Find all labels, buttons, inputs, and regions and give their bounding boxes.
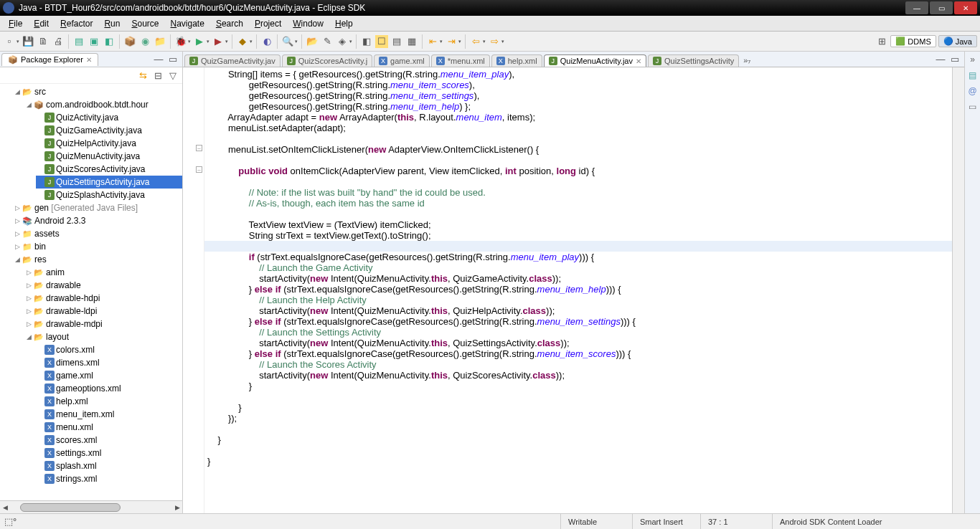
menu-search[interactable]: Search <box>210 19 249 29</box>
back-icon[interactable]: ⇦ <box>469 35 482 48</box>
search-icon[interactable]: 🔍 <box>281 35 294 48</box>
task-icon[interactable]: ✎ <box>321 35 334 48</box>
perspective-java[interactable]: 🔵 Java <box>938 35 977 47</box>
vertical-scrollbar[interactable] <box>952 67 964 513</box>
save-icon[interactable]: 💾 <box>22 35 34 48</box>
tree-item[interactable]: Xgameoptions.xml <box>36 382 182 395</box>
tree-item[interactable]: Xgame.xml <box>36 369 182 382</box>
editor-tab[interactable]: JQuizSettingsActivity <box>648 54 739 67</box>
fwd-icon[interactable]: ⇨ <box>488 35 501 48</box>
maximize-button[interactable]: ▭ <box>930 1 953 14</box>
menu-file[interactable]: File <box>3 19 28 29</box>
tree-item[interactable]: Xmenu.xml <box>36 421 182 434</box>
editor-tab[interactable]: Xhelp.xml <box>491 54 542 67</box>
collapse-icon[interactable]: ⇆ <box>136 69 149 82</box>
editor-tab[interactable]: JQuizScoresActivity.j <box>282 54 372 67</box>
fold-icon[interactable]: – <box>196 166 202 173</box>
menu-edit[interactable]: Edit <box>28 19 55 29</box>
fold-icon[interactable]: – <box>196 145 202 151</box>
editor-tab[interactable]: Xgame.xml <box>374 54 430 67</box>
menu-navigate[interactable]: Navigate <box>165 19 210 29</box>
package-explorer-tree[interactable]: ◢src◢com.androidbook.btdt.hourJQuizActiv… <box>0 84 182 500</box>
menu-icon[interactable]: ▽ <box>166 69 179 82</box>
tree-item[interactable]: ▷assets <box>13 227 182 240</box>
external-icon[interactable]: ▶ <box>212 35 225 48</box>
highlight-icon[interactable]: ☐ <box>375 35 388 48</box>
tree-item[interactable]: JQuizHelpActivity.java <box>36 137 182 150</box>
menu-source[interactable]: Source <box>126 19 164 29</box>
class-icon[interactable]: ◉ <box>138 35 151 48</box>
tree-item[interactable]: ◢src <box>13 85 182 98</box>
tree-item[interactable]: Xmenu_item.xml <box>36 408 182 421</box>
new-package-icon[interactable]: ◆ <box>236 35 249 48</box>
open-type-icon[interactable]: ◐ <box>260 35 273 48</box>
maximize-view-icon[interactable]: ▭ <box>166 53 179 66</box>
back-annot-icon[interactable]: ⇤ <box>426 35 439 48</box>
menu-help[interactable]: Help <box>329 19 359 29</box>
launch-indicator[interactable]: ⬚° <box>0 515 21 528</box>
restore-icon[interactable]: » <box>967 54 979 66</box>
tree-item[interactable]: ◢res <box>13 253 182 266</box>
next-annot-icon[interactable]: ⇥ <box>445 35 458 48</box>
tree-item[interactable]: ▷drawable-hdpi <box>24 292 182 305</box>
saveall-icon[interactable]: 🗎 <box>37 35 50 48</box>
persp-open-icon[interactable]: ⊞ <box>875 35 888 48</box>
more-tabs-icon[interactable]: »₇ <box>740 54 753 67</box>
android-app-icon[interactable]: ▤ <box>72 35 85 48</box>
editor-tab[interactable]: X*menu.xml <box>431 54 490 67</box>
toggle-icon[interactable]: ◧ <box>360 35 373 48</box>
tree-item[interactable]: ▷bin <box>13 240 182 253</box>
print-icon[interactable]: 🖨 <box>52 35 65 48</box>
mark-icon[interactable]: ◈ <box>336 35 349 48</box>
editor-tab[interactable]: JQuizMenuActivity.jav✕ <box>544 54 646 67</box>
menu-project[interactable]: Project <box>249 19 287 29</box>
tree-item[interactable]: Xsplash.xml <box>36 459 182 472</box>
folder2-icon[interactable]: 📂 <box>306 35 319 48</box>
tree-item[interactable]: Xstrings.xml <box>36 472 182 485</box>
perspective-ddms[interactable]: 🟩 DDMS <box>890 35 936 47</box>
tree-item[interactable]: Xcolors.xml <box>36 343 182 356</box>
manifest-icon[interactable]: ◧ <box>103 35 116 48</box>
tree-item[interactable]: Xhelp.xml <box>36 395 182 408</box>
tree-item[interactable]: JQuizScoresActivity.java <box>36 163 182 176</box>
menu-run[interactable]: Run <box>98 19 126 29</box>
tree-item[interactable]: ▷anim <box>24 266 182 279</box>
tree-item[interactable]: ▷drawable <box>24 279 182 292</box>
declaration-icon[interactable]: ▭ <box>967 102 979 113</box>
tree-item[interactable]: ▷drawable-mdpi <box>24 318 182 330</box>
package-explorer-tab[interactable]: 📦 Package Explorer ✕ <box>1 53 98 66</box>
tree-item[interactable]: Xsettings.xml <box>36 447 182 459</box>
package-icon[interactable]: 📦 <box>123 35 136 48</box>
menu-window[interactable]: Window <box>287 19 329 29</box>
close-icon[interactable]: ✕ <box>86 56 92 64</box>
link-icon[interactable]: ⊟ <box>151 69 164 82</box>
maximize-editor-icon[interactable]: ▭ <box>948 52 961 65</box>
folder-icon[interactable]: 📁 <box>154 35 166 48</box>
menu-refactor[interactable]: Refactor <box>55 19 98 29</box>
new-icon[interactable]: ▫ <box>3 35 16 48</box>
block-icon[interactable]: ▤ <box>390 35 403 48</box>
tree-item[interactable]: Xdimens.xml <box>36 356 182 369</box>
tree-item[interactable]: JQuizActivity.java <box>36 111 182 124</box>
close-button[interactable]: ✕ <box>954 1 977 14</box>
tree-item[interactable]: Xscores.xml <box>36 434 182 447</box>
android-proj-icon[interactable]: ▣ <box>88 35 100 48</box>
tree-item[interactable]: ▷drawable-ldpi <box>24 305 182 318</box>
minimize-editor-icon[interactable]: — <box>934 52 947 65</box>
tree-item[interactable]: ◢com.androidbook.btdt.hour <box>24 98 182 111</box>
editor-gutter[interactable]: –– <box>183 67 204 513</box>
tree-item[interactable]: JQuizSplashActivity.java <box>36 189 182 201</box>
tree-item[interactable]: ▷Android 2.3.3 <box>13 214 182 227</box>
ws-icon[interactable]: ▦ <box>405 35 418 48</box>
tree-item[interactable]: JQuizSettingsActivity.java <box>36 176 182 189</box>
code-editor[interactable]: String[] items = { getResources().getStr… <box>204 67 952 513</box>
run-icon[interactable]: ▶ <box>193 35 206 48</box>
debug-icon[interactable]: 🐞 <box>174 35 187 48</box>
horizontal-scrollbar[interactable]: ◀▶ <box>0 500 182 513</box>
help-icon[interactable]: @ <box>967 86 979 97</box>
editor-tab[interactable]: JQuizGameActivity.jav <box>184 54 281 67</box>
tree-item[interactable]: ▷gen [Generated Java Files] <box>13 201 182 214</box>
tree-item[interactable]: JQuizMenuActivity.java <box>36 150 182 163</box>
tree-item[interactable]: JQuizGameActivity.java <box>36 124 182 137</box>
minimize-button[interactable]: — <box>905 1 928 14</box>
